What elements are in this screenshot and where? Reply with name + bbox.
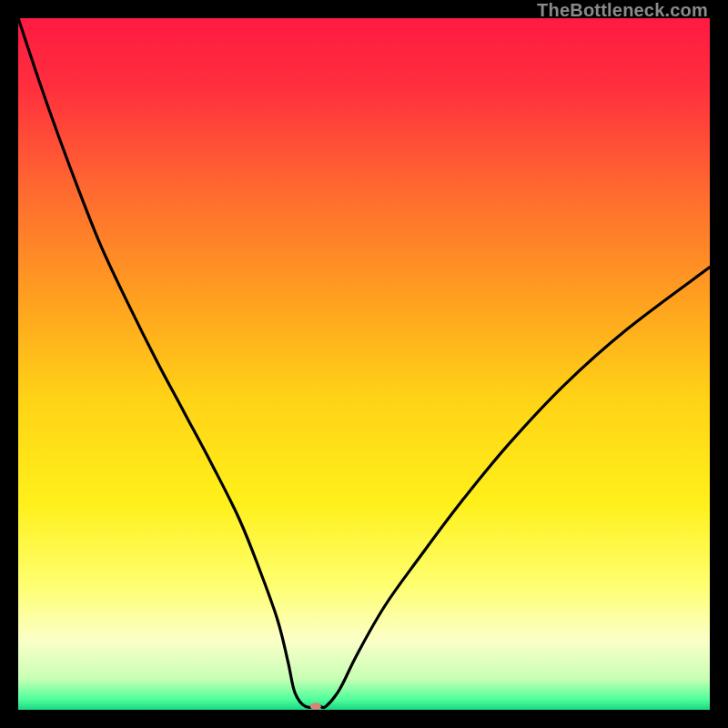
chart-frame: TheBottleneck.com bbox=[0, 0, 728, 728]
gradient-background bbox=[18, 18, 710, 710]
minimum-marker bbox=[310, 703, 321, 710]
plot-area bbox=[18, 18, 710, 710]
chart-svg bbox=[18, 18, 710, 710]
